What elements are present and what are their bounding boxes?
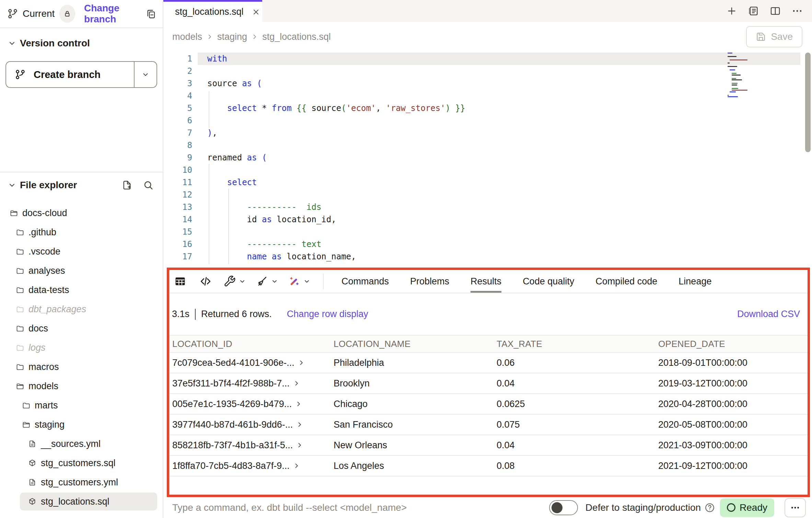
line-number: 10 [163, 165, 192, 175]
panel-tab-results[interactable]: Results [471, 270, 501, 293]
breadcrumb-item[interactable]: stg_locations.sql [262, 32, 331, 42]
table-row[interactable]: 858218fb-73f7-4b1b-a31f-5...New Orleans0… [169, 435, 808, 456]
panel-tab-lineage[interactable]: Lineage [678, 270, 711, 293]
code-line[interactable]: 7), [163, 127, 812, 139]
tree-item-docs[interactable]: docs [0, 319, 163, 338]
tree-item-docs-cloud[interactable]: docs-cloud [0, 203, 163, 223]
expand-row-icon[interactable] [295, 401, 302, 407]
ai-assist-icon[interactable] [288, 275, 311, 288]
notebook-icon[interactable] [747, 5, 759, 17]
tree-item-stg-customers-yml[interactable]: stg_customers.yml [0, 473, 163, 492]
close-tab-icon[interactable] [252, 8, 260, 16]
change-row-display-link[interactable]: Change row display [287, 309, 368, 319]
panel-tab-problems[interactable]: Problems [410, 270, 449, 293]
breadcrumb-item[interactable]: staging [217, 32, 247, 42]
tree-item-logs[interactable]: logs [0, 338, 163, 357]
chevron-down-icon[interactable] [303, 278, 311, 285]
expand-row-icon[interactable] [293, 462, 300, 469]
code-line[interactable]: 5 select * from {{ source('ecom', 'raw_s… [163, 102, 812, 114]
panel-tab-commands[interactable]: Commands [341, 270, 389, 293]
code-line[interactable]: 2 [163, 65, 812, 77]
tree-item-macros[interactable]: macros [0, 357, 163, 376]
minimap[interactable] [728, 53, 773, 101]
code-line[interactable]: 6 [163, 114, 812, 127]
line-number: 3 [163, 79, 192, 88]
chevron-down-icon[interactable] [239, 278, 246, 285]
code-line[interactable]: 10 [163, 164, 812, 176]
code-line[interactable]: 12 [163, 189, 812, 201]
code-line[interactable]: 9renamed as ( [163, 151, 812, 164]
code-line[interactable]: 8 [163, 139, 812, 151]
panel-tab-compiled-code[interactable]: Compiled code [595, 270, 657, 293]
code-editor[interactable]: 1with23source as (45 select * from {{ so… [163, 52, 812, 268]
version-control-header[interactable]: Version control [0, 38, 163, 49]
download-csv-link[interactable]: Download CSV [737, 309, 800, 319]
table-row[interactable]: 37e5f311-b7f4-4f2f-988b-7...Brooklyn0.04… [169, 373, 808, 394]
code-line[interactable]: 3source as ( [163, 77, 812, 90]
code-view-icon[interactable] [199, 275, 212, 288]
create-branch-main[interactable]: Create branch [6, 62, 134, 87]
code-line[interactable]: 11 select [163, 176, 812, 189]
code-line[interactable]: 16 ---------- text [163, 238, 812, 250]
code-line[interactable]: 15 [163, 226, 812, 238]
code-text: id as location_id, [207, 215, 336, 224]
tree-item--sources-yml[interactable]: __sources.yml [0, 434, 163, 453]
tree-item-dbt-packages[interactable]: dbt_packages [0, 300, 163, 319]
panel-tab-code-quality[interactable]: Code quality [523, 270, 574, 293]
split-view-icon[interactable] [769, 5, 781, 17]
table-row[interactable]: 7c079cea-5ed4-4101-906e-...Philadelphia0… [169, 353, 808, 373]
table-row[interactable]: 005e7e1c-1935-4269-b479...Chicago0.06252… [169, 394, 808, 415]
help-icon[interactable] [704, 502, 715, 513]
tree-item--github[interactable]: .github [0, 223, 163, 242]
tree-item-label: __sources.yml [41, 439, 101, 449]
table-cell: 0.075 [497, 419, 658, 430]
expand-row-icon[interactable] [298, 359, 305, 366]
editor-scrollbar[interactable] [805, 53, 811, 152]
table-view-icon[interactable] [174, 275, 186, 288]
table-row[interactable]: 1f8ffa70-7cb5-4d83-8a7f-9...Los Angeles0… [169, 456, 808, 476]
build-tools-icon[interactable] [223, 275, 246, 288]
breadcrumb-item[interactable]: models [172, 32, 202, 42]
save-button[interactable]: Save [746, 26, 802, 47]
tree-item-analyses[interactable]: analyses [0, 261, 163, 280]
panel-toolbar-icons [174, 270, 311, 293]
expand-row-icon[interactable] [293, 380, 300, 387]
tree-item-staging[interactable]: staging [0, 415, 163, 434]
tree-item-stg-locations-sql[interactable]: stg_locations.sql [0, 492, 163, 511]
copy-icon[interactable] [146, 8, 156, 19]
git-branch-icon [14, 69, 26, 80]
line-number: 15 [163, 227, 192, 237]
code-line[interactable]: 1with [163, 53, 812, 65]
expand-row-icon[interactable] [296, 442, 303, 449]
more-options-icon[interactable] [791, 5, 803, 17]
code-lines[interactable]: 1with23source as (45 select * from {{ so… [163, 53, 812, 263]
new-tab-icon[interactable] [726, 5, 737, 16]
sidebar: Current Change branch Version control [0, 0, 163, 518]
code-line[interactable]: 14 id as location_id, [163, 213, 812, 226]
cleanup-icon[interactable] [256, 275, 278, 288]
code-line[interactable]: 17 name as location_name, [163, 250, 812, 263]
tab-stg-locations-sql[interactable]: stg_locations.sql [163, 0, 262, 22]
code-line[interactable]: 4 [163, 90, 812, 102]
code-line[interactable]: 13 ---------- ids [163, 201, 812, 213]
chevron-down-icon[interactable] [271, 278, 278, 285]
more-actions-button[interactable] [785, 498, 806, 517]
file-explorer-header[interactable]: File explorer [0, 172, 163, 198]
search-icon[interactable] [143, 180, 154, 191]
tree-item-stg-customers-sql[interactable]: stg_customers.sql [0, 453, 163, 473]
status-badge[interactable]: Ready [720, 498, 774, 517]
results-panel: CommandsProblemsResultsCode qualityCompi… [167, 268, 810, 497]
defer-toggle[interactable] [549, 500, 578, 515]
tree-item--vscode[interactable]: .vscode [0, 242, 163, 261]
create-branch-button[interactable]: Create branch [5, 61, 157, 88]
tree-item-marts[interactable]: marts [0, 396, 163, 415]
tree-item-data-tests[interactable]: data-tests [0, 280, 163, 300]
new-file-icon[interactable] [121, 180, 132, 191]
change-branch-link[interactable]: Change branch [84, 3, 146, 25]
column-header-location_name: LOCATION_NAME [334, 339, 497, 349]
command-input[interactable]: Type a command, ex. dbt build --select <… [172, 502, 407, 513]
expand-row-icon[interactable] [296, 421, 303, 428]
create-branch-dropdown[interactable] [134, 62, 156, 87]
tree-item-models[interactable]: models [0, 376, 163, 396]
table-row[interactable]: 3977f440-b87d-461b-9dd6-...San Francisco… [169, 415, 808, 435]
